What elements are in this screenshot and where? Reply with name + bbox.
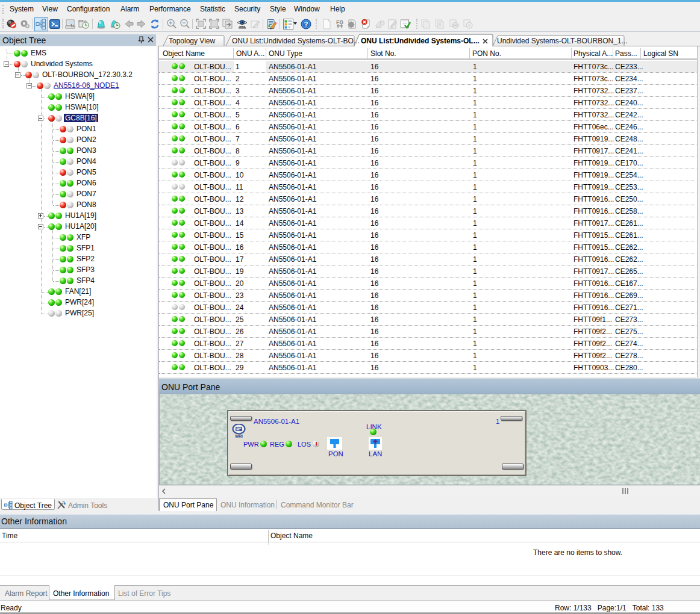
svg-text:WRI: WRI xyxy=(235,434,243,438)
svg-text:Undivided Systems-OLT-BOURBON_: Undivided Systems-OLT-BOURBON_1... xyxy=(497,37,628,45)
svg-text:FB: FB xyxy=(336,19,343,25)
svg-text:ONU List:Undivided Systems-OLT: ONU List:Undivided Systems-OLT-BO... xyxy=(232,37,360,45)
svg-text:Topology View: Topology View xyxy=(169,37,215,45)
svg-text:?: ? xyxy=(304,20,308,28)
svg-text:ONU List:Undivided Systems-OL.: ONU List:Undivided Systems-OL... xyxy=(361,37,480,45)
